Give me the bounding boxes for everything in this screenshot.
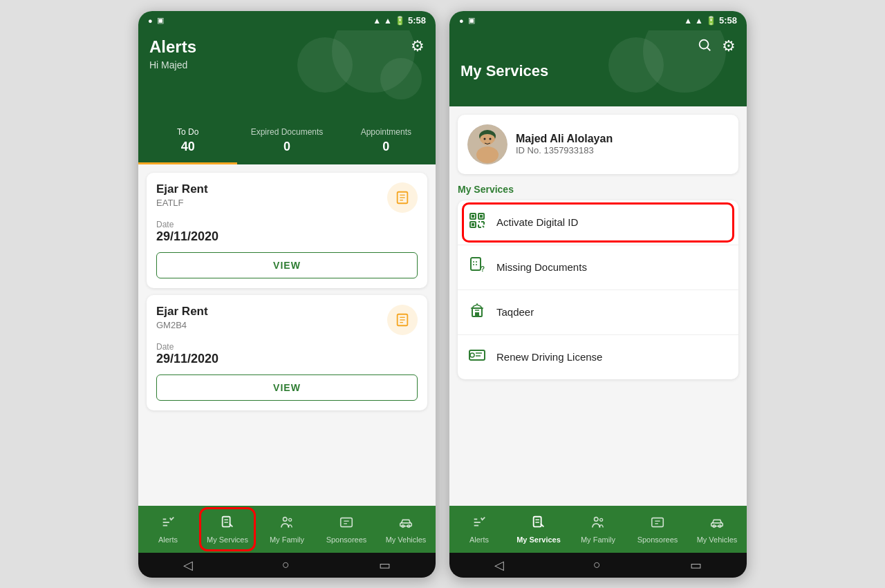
card-icon-1	[387, 182, 418, 213]
sponsorees-nav-icon	[339, 515, 354, 533]
status-icon-square: ▣	[157, 16, 164, 25]
nav-vehicles-r[interactable]: My Vehicles	[687, 506, 747, 553]
nav-sponsorees-r[interactable]: Sponsorees	[628, 506, 687, 553]
tab-appointments[interactable]: Appointments 0	[337, 120, 436, 164]
search-icon[interactable]	[697, 37, 712, 57]
profile-name: Majed Ali Alolayan	[516, 133, 613, 145]
nav-sponsorees[interactable]: Sponsorees	[317, 506, 376, 553]
bottom-nav-right: Alerts My Services	[449, 506, 747, 553]
alerts-content: Ejar Rent EATLF Date 29/11/2020 VIEW	[138, 164, 436, 506]
home-button-r[interactable]: ○	[593, 558, 601, 572]
tab-expired[interactable]: Expired Documents 0	[237, 120, 336, 164]
svg-point-11	[283, 517, 288, 521]
svg-point-19	[700, 39, 709, 48]
system-nav-right: ◁ ○ ▭	[449, 553, 747, 578]
back-button-r[interactable]: ◁	[494, 558, 504, 573]
service-taqdeer[interactable]: Taqdeer	[458, 290, 738, 335]
nav-sponsorees-label: Sponsorees	[326, 535, 367, 544]
nav-sponsorees-label-r: Sponsorees	[637, 535, 678, 544]
svg-rect-33	[472, 223, 474, 226]
taqdeer-icon	[467, 301, 487, 323]
nav-vehicles-label: My Vehicles	[386, 535, 427, 544]
service-missing-documents[interactable]: ? Missing Documents	[458, 245, 738, 290]
svg-line-20	[707, 48, 710, 50]
svg-text:?: ?	[481, 265, 485, 273]
svg-line-39	[483, 226, 484, 227]
left-phone: ● ▣ ▲ ▲ 🔋 5:58 ⚙ Alerts Hi Majed To Do 4…	[138, 11, 436, 578]
nav-alerts[interactable]: Alerts	[138, 506, 198, 553]
svg-rect-31	[480, 215, 483, 218]
tab-todo[interactable]: To Do 40	[138, 120, 237, 164]
gear-icon-r[interactable]: ⚙	[722, 37, 736, 57]
status-time: 5:58	[408, 15, 426, 26]
view-button-1[interactable]: VIEW	[156, 252, 418, 278]
card-subtitle-1: EATLF	[156, 198, 208, 208]
recents-button-r[interactable]: ▭	[690, 558, 702, 573]
svg-rect-40	[471, 258, 481, 270]
nav-my-family[interactable]: My Family	[257, 506, 317, 553]
home-button[interactable]: ○	[282, 558, 290, 572]
status-icon-circle-r: ●	[459, 17, 464, 25]
my-services-nav-icon	[220, 515, 235, 533]
bottom-nav-left: Alerts My Services	[138, 506, 436, 553]
svg-point-27	[490, 137, 492, 140]
view-button-2[interactable]: VIEW	[156, 374, 418, 401]
battery-icon: 🔋	[395, 16, 405, 26]
wifi-icon: ▲	[373, 16, 381, 26]
tab-appointments-label: Appointments	[339, 127, 433, 137]
alerts-nav-icon-r	[472, 515, 487, 533]
card-subtitle-2: GM2B4	[156, 320, 208, 330]
service-name-missing-docs: Missing Documents	[496, 261, 587, 273]
nav-alerts-r[interactable]: Alerts	[449, 506, 509, 553]
battery-icon-r: 🔋	[706, 16, 716, 26]
service-name-driving-license: Renew Driving License	[496, 351, 602, 363]
nav-alerts-label: Alerts	[158, 535, 178, 544]
ejar-rent-card-1: Ejar Rent EATLF Date 29/11/2020 VIEW	[147, 173, 427, 288]
wifi-icon-r: ▲	[684, 16, 692, 26]
family-nav-icon	[279, 515, 295, 533]
card-title-2: Ejar Rent	[156, 305, 208, 319]
nav-my-services-r[interactable]: My Services	[509, 506, 568, 553]
page-title: Alerts	[149, 37, 425, 57]
status-bar-right: ● ▣ ▲ ▲ 🔋 5:58	[449, 11, 747, 30]
nav-my-family-r[interactable]: My Family	[568, 506, 628, 553]
driving-license-icon	[467, 346, 487, 368]
nav-family-label-r: My Family	[581, 535, 615, 544]
recents-button[interactable]: ▭	[379, 558, 391, 573]
card-date-2: 29/11/2020	[156, 352, 418, 366]
svg-point-25	[480, 134, 495, 144]
nav-vehicles[interactable]: My Vehicles	[376, 506, 436, 553]
greeting-text: Hi Majed	[149, 59, 425, 70]
card-date-label-2: Date	[156, 342, 418, 352]
svg-point-23	[476, 146, 499, 163]
tab-expired-value: 0	[240, 140, 333, 154]
service-renew-driving-license[interactable]: Renew Driving License	[458, 335, 738, 379]
system-nav-left: ◁ ○ ▭	[138, 553, 436, 578]
services-list: Activate Digital ID ? Missing Documents	[458, 200, 738, 379]
card-title-1: Ejar Rent	[156, 182, 208, 196]
services-content: Majed Ali Alolayan ID No. 1357933183 My …	[449, 106, 747, 506]
svg-rect-56	[652, 518, 664, 527]
my-services-nav-icon-r	[531, 515, 546, 533]
svg-rect-51	[534, 516, 541, 527]
nav-my-services-label: My Services	[207, 535, 248, 544]
tab-todo-label: To Do	[141, 127, 234, 137]
signal-icon-r: ▲	[695, 16, 703, 26]
service-activate-digital-id[interactable]: Activate Digital ID	[458, 200, 738, 245]
back-button[interactable]: ◁	[183, 558, 193, 573]
service-name-taqdeer: Taqdeer	[496, 306, 534, 318]
nav-alerts-label-r: Alerts	[469, 535, 489, 544]
svg-point-12	[289, 518, 292, 521]
status-icon-circle: ●	[148, 17, 153, 25]
missing-docs-icon: ?	[467, 256, 487, 278]
svg-point-54	[595, 517, 599, 521]
status-time-r: 5:58	[719, 15, 737, 26]
nav-vehicles-label-r: My Vehicles	[697, 535, 738, 544]
nav-family-label: My Family	[270, 535, 304, 544]
status-icon-square-r: ▣	[468, 16, 475, 25]
digital-id-icon	[467, 211, 487, 234]
service-name-digital-id: Activate Digital ID	[496, 216, 578, 228]
nav-my-services[interactable]: My Services	[198, 506, 257, 553]
alerts-nav-icon	[160, 515, 176, 533]
card-icon-2	[387, 305, 418, 335]
